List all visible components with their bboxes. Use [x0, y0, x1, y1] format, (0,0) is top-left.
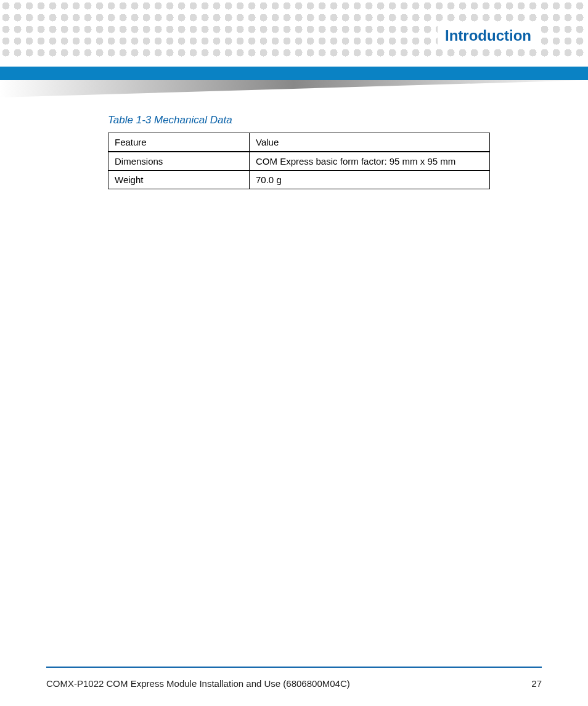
page-footer: COMX-P1022 COM Express Module Installati…: [46, 678, 542, 689]
table-header-feature: Feature: [108, 133, 250, 152]
table-cell-value: COM Express basic form factor: 95 mm x 9…: [250, 152, 490, 171]
footer-doc-title: COMX-P1022 COM Express Module Installati…: [46, 678, 350, 689]
footer-divider: [46, 667, 542, 668]
footer-page-number: 27: [531, 678, 542, 689]
table-row: Weight 70.0 g: [108, 171, 490, 189]
table-cell-feature: Dimensions: [108, 152, 250, 171]
table-header-row: Feature Value: [108, 133, 490, 152]
section-header-title: Introduction: [438, 23, 539, 48]
main-content: Table 1-3 Mechanical Data Feature Value …: [108, 114, 490, 189]
table-row: Dimensions COM Express basic form factor…: [108, 152, 490, 171]
header-wedge-decoration: [0, 80, 588, 97]
table-header-value: Value: [250, 133, 490, 152]
table-cell-value: 70.0 g: [250, 171, 490, 189]
table-cell-feature: Weight: [108, 171, 250, 189]
mechanical-data-table: Feature Value Dimensions COM Express bas…: [108, 133, 490, 189]
table-title: Table 1-3 Mechanical Data: [108, 114, 490, 126]
header-blue-bar: [0, 67, 588, 80]
